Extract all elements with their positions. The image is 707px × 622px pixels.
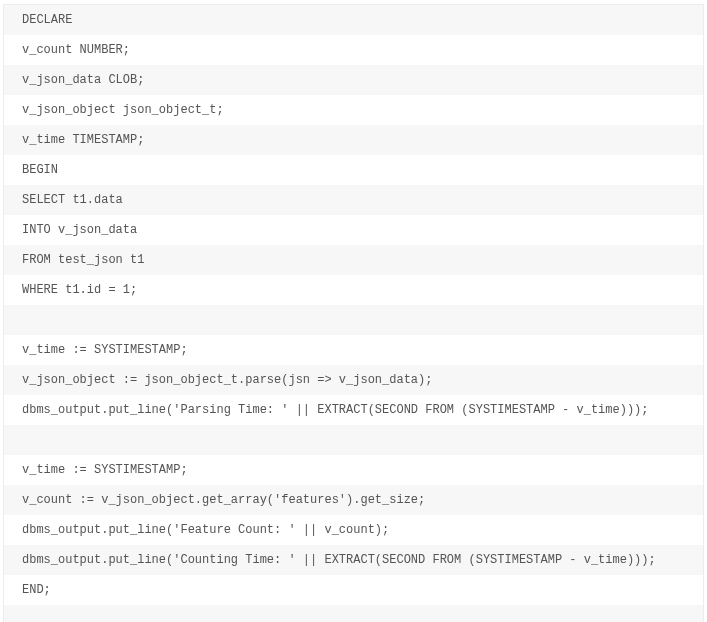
code-line: END; [4,575,703,605]
code-line: DECLARE [4,5,703,35]
code-line: SELECT t1.data [4,185,703,215]
code-line: v_count NUMBER; [4,35,703,65]
code-line [4,305,703,335]
code-line [4,425,703,455]
code-line: v_time := SYSTIMESTAMP; [4,335,703,365]
code-line: v_time := SYSTIMESTAMP; [4,455,703,485]
code-line: v_json_object json_object_t; [4,95,703,125]
code-line: dbms_output.put_line('Feature Count: ' |… [4,515,703,545]
code-line: v_json_data CLOB; [4,65,703,95]
code-line: dbms_output.put_line('Parsing Time: ' ||… [4,395,703,425]
code-line [4,605,703,622]
code-line: v_time TIMESTAMP; [4,125,703,155]
code-line: INTO v_json_data [4,215,703,245]
code-line: BEGIN [4,155,703,185]
code-line: dbms_output.put_line('Counting Time: ' |… [4,545,703,575]
code-block: DECLARE v_count NUMBER; v_json_data CLOB… [3,4,704,622]
code-line: v_json_object := json_object_t.parse(jsn… [4,365,703,395]
code-line: FROM test_json t1 [4,245,703,275]
code-line: WHERE t1.id = 1; [4,275,703,305]
code-line: v_count := v_json_object.get_array('feat… [4,485,703,515]
